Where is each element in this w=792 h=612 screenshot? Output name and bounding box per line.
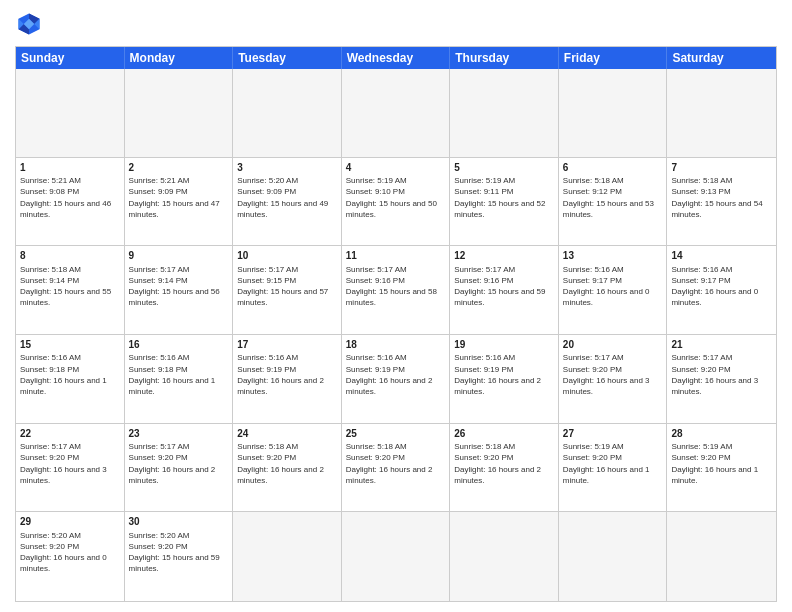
day-number: 11 xyxy=(346,249,446,263)
cell-w5-d5 xyxy=(559,512,668,601)
cell-info: Sunrise: 5:16 AMSunset: 9:18 PMDaylight:… xyxy=(129,352,229,397)
cell-info: Sunrise: 5:18 AMSunset: 9:20 PMDaylight:… xyxy=(346,441,446,486)
day-number: 6 xyxy=(563,161,663,175)
cell-w5-d2 xyxy=(233,512,342,601)
day-number: 3 xyxy=(237,161,337,175)
header-wednesday: Wednesday xyxy=(342,47,451,69)
day-number: 10 xyxy=(237,249,337,263)
cell-info: Sunrise: 5:19 AMSunset: 9:20 PMDaylight:… xyxy=(671,441,772,486)
day-number: 19 xyxy=(454,338,554,352)
day-number: 1 xyxy=(20,161,120,175)
week-row-2: 8Sunrise: 5:18 AMSunset: 9:14 PMDaylight… xyxy=(16,246,776,335)
cell-w5-d0: 29Sunrise: 5:20 AMSunset: 9:20 PMDayligh… xyxy=(16,512,125,601)
cell-w1-d3: 4Sunrise: 5:19 AMSunset: 9:10 PMDaylight… xyxy=(342,158,451,246)
cell-w0-d1 xyxy=(125,69,234,157)
week-row-5: 29Sunrise: 5:20 AMSunset: 9:20 PMDayligh… xyxy=(16,512,776,601)
cell-info: Sunrise: 5:16 AMSunset: 9:19 PMDaylight:… xyxy=(454,352,554,397)
day-number: 26 xyxy=(454,427,554,441)
day-number: 20 xyxy=(563,338,663,352)
cell-w2-d1: 9Sunrise: 5:17 AMSunset: 9:14 PMDaylight… xyxy=(125,246,234,334)
cell-w5-d1: 30Sunrise: 5:20 AMSunset: 9:20 PMDayligh… xyxy=(125,512,234,601)
cell-w1-d1: 2Sunrise: 5:21 AMSunset: 9:09 PMDaylight… xyxy=(125,158,234,246)
cell-w5-d3 xyxy=(342,512,451,601)
day-number: 27 xyxy=(563,427,663,441)
cell-w3-d5: 20Sunrise: 5:17 AMSunset: 9:20 PMDayligh… xyxy=(559,335,668,423)
day-number: 30 xyxy=(129,515,229,529)
day-number: 23 xyxy=(129,427,229,441)
cell-info: Sunrise: 5:19 AMSunset: 9:11 PMDaylight:… xyxy=(454,175,554,220)
cell-w1-d0: 1Sunrise: 5:21 AMSunset: 9:08 PMDaylight… xyxy=(16,158,125,246)
cell-w4-d4: 26Sunrise: 5:18 AMSunset: 9:20 PMDayligh… xyxy=(450,424,559,512)
cell-w2-d5: 13Sunrise: 5:16 AMSunset: 9:17 PMDayligh… xyxy=(559,246,668,334)
cell-info: Sunrise: 5:17 AMSunset: 9:20 PMDaylight:… xyxy=(20,441,120,486)
header-sunday: Sunday xyxy=(16,47,125,69)
cell-w0-d0 xyxy=(16,69,125,157)
cell-info: Sunrise: 5:21 AMSunset: 9:09 PMDaylight:… xyxy=(129,175,229,220)
day-number: 25 xyxy=(346,427,446,441)
cell-info: Sunrise: 5:17 AMSunset: 9:20 PMDaylight:… xyxy=(129,441,229,486)
cell-w2-d6: 14Sunrise: 5:16 AMSunset: 9:17 PMDayligh… xyxy=(667,246,776,334)
cell-w2-d2: 10Sunrise: 5:17 AMSunset: 9:15 PMDayligh… xyxy=(233,246,342,334)
cell-w0-d2 xyxy=(233,69,342,157)
cell-w4-d1: 23Sunrise: 5:17 AMSunset: 9:20 PMDayligh… xyxy=(125,424,234,512)
cell-info: Sunrise: 5:18 AMSunset: 9:20 PMDaylight:… xyxy=(237,441,337,486)
cell-w5-d6 xyxy=(667,512,776,601)
day-number: 15 xyxy=(20,338,120,352)
day-number: 9 xyxy=(129,249,229,263)
logo-icon xyxy=(15,10,43,38)
day-number: 16 xyxy=(129,338,229,352)
cell-info: Sunrise: 5:16 AMSunset: 9:17 PMDaylight:… xyxy=(563,264,663,309)
header-thursday: Thursday xyxy=(450,47,559,69)
cell-w1-d2: 3Sunrise: 5:20 AMSunset: 9:09 PMDaylight… xyxy=(233,158,342,246)
cell-info: Sunrise: 5:17 AMSunset: 9:14 PMDaylight:… xyxy=(129,264,229,309)
cell-w0-d4 xyxy=(450,69,559,157)
cell-w5-d4 xyxy=(450,512,559,601)
page: Sunday Monday Tuesday Wednesday Thursday… xyxy=(0,0,792,612)
cell-info: Sunrise: 5:18 AMSunset: 9:13 PMDaylight:… xyxy=(671,175,772,220)
day-number: 28 xyxy=(671,427,772,441)
cell-info: Sunrise: 5:16 AMSunset: 9:18 PMDaylight:… xyxy=(20,352,120,397)
cell-w3-d4: 19Sunrise: 5:16 AMSunset: 9:19 PMDayligh… xyxy=(450,335,559,423)
cell-w3-d2: 17Sunrise: 5:16 AMSunset: 9:19 PMDayligh… xyxy=(233,335,342,423)
cell-w4-d6: 28Sunrise: 5:19 AMSunset: 9:20 PMDayligh… xyxy=(667,424,776,512)
cell-info: Sunrise: 5:16 AMSunset: 9:19 PMDaylight:… xyxy=(346,352,446,397)
cell-w4-d3: 25Sunrise: 5:18 AMSunset: 9:20 PMDayligh… xyxy=(342,424,451,512)
cell-info: Sunrise: 5:18 AMSunset: 9:20 PMDaylight:… xyxy=(454,441,554,486)
day-number: 18 xyxy=(346,338,446,352)
header-tuesday: Tuesday xyxy=(233,47,342,69)
day-number: 7 xyxy=(671,161,772,175)
header-friday: Friday xyxy=(559,47,668,69)
week-row-4: 22Sunrise: 5:17 AMSunset: 9:20 PMDayligh… xyxy=(16,424,776,513)
cell-info: Sunrise: 5:16 AMSunset: 9:19 PMDaylight:… xyxy=(237,352,337,397)
cell-w3-d1: 16Sunrise: 5:16 AMSunset: 9:18 PMDayligh… xyxy=(125,335,234,423)
calendar-body: 1Sunrise: 5:21 AMSunset: 9:08 PMDaylight… xyxy=(16,69,776,601)
day-number: 21 xyxy=(671,338,772,352)
cell-w2-d3: 11Sunrise: 5:17 AMSunset: 9:16 PMDayligh… xyxy=(342,246,451,334)
day-number: 2 xyxy=(129,161,229,175)
cell-info: Sunrise: 5:16 AMSunset: 9:17 PMDaylight:… xyxy=(671,264,772,309)
cell-w0-d5 xyxy=(559,69,668,157)
cell-w3-d6: 21Sunrise: 5:17 AMSunset: 9:20 PMDayligh… xyxy=(667,335,776,423)
cell-w0-d6 xyxy=(667,69,776,157)
cell-w3-d0: 15Sunrise: 5:16 AMSunset: 9:18 PMDayligh… xyxy=(16,335,125,423)
day-number: 17 xyxy=(237,338,337,352)
week-row-3: 15Sunrise: 5:16 AMSunset: 9:18 PMDayligh… xyxy=(16,335,776,424)
cell-info: Sunrise: 5:17 AMSunset: 9:15 PMDaylight:… xyxy=(237,264,337,309)
cell-info: Sunrise: 5:19 AMSunset: 9:10 PMDaylight:… xyxy=(346,175,446,220)
calendar-header: Sunday Monday Tuesday Wednesday Thursday… xyxy=(16,47,776,69)
cell-info: Sunrise: 5:20 AMSunset: 9:20 PMDaylight:… xyxy=(129,530,229,575)
cell-w0-d3 xyxy=(342,69,451,157)
cell-info: Sunrise: 5:21 AMSunset: 9:08 PMDaylight:… xyxy=(20,175,120,220)
cell-info: Sunrise: 5:17 AMSunset: 9:20 PMDaylight:… xyxy=(563,352,663,397)
week-row-1: 1Sunrise: 5:21 AMSunset: 9:08 PMDaylight… xyxy=(16,158,776,247)
cell-w2-d4: 12Sunrise: 5:17 AMSunset: 9:16 PMDayligh… xyxy=(450,246,559,334)
cell-info: Sunrise: 5:17 AMSunset: 9:16 PMDaylight:… xyxy=(346,264,446,309)
cell-info: Sunrise: 5:20 AMSunset: 9:09 PMDaylight:… xyxy=(237,175,337,220)
cell-w1-d6: 7Sunrise: 5:18 AMSunset: 9:13 PMDaylight… xyxy=(667,158,776,246)
week-row-0 xyxy=(16,69,776,158)
cell-w1-d5: 6Sunrise: 5:18 AMSunset: 9:12 PMDaylight… xyxy=(559,158,668,246)
cell-info: Sunrise: 5:20 AMSunset: 9:20 PMDaylight:… xyxy=(20,530,120,575)
day-number: 8 xyxy=(20,249,120,263)
cell-w4-d5: 27Sunrise: 5:19 AMSunset: 9:20 PMDayligh… xyxy=(559,424,668,512)
day-number: 5 xyxy=(454,161,554,175)
